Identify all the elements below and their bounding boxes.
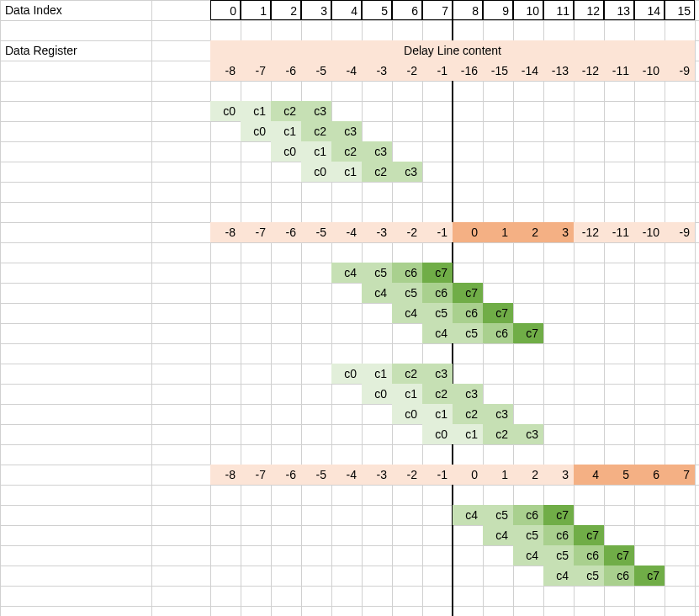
coef-0-r2-k1: c1 <box>301 141 331 162</box>
register-1-val-2: -6 <box>271 222 301 242</box>
register-2-val-2: -6 <box>271 465 301 485</box>
register-2-val-5: -3 <box>362 465 392 485</box>
register-2-val-4: -4 <box>331 465 362 485</box>
register-2-val-8: 0 <box>453 465 483 485</box>
index-col-10: 10 <box>513 0 543 20</box>
register-0-val-2: -6 <box>271 61 301 81</box>
coef-2-r0-k1: c1 <box>362 364 392 384</box>
coef-1-r1-k0: c4 <box>362 283 392 303</box>
register-1-val-9: 1 <box>483 222 513 242</box>
register-0-val-3: -5 <box>301 61 331 81</box>
index-col-13: 13 <box>604 0 634 20</box>
index-col-1: 1 <box>241 0 271 20</box>
coef-0-r0-k0: c0 <box>210 101 241 121</box>
coef-1-r3-k0: c4 <box>422 323 453 343</box>
register-1-val-11: 3 <box>543 222 574 242</box>
coef-2-r2-k0: c0 <box>392 404 422 424</box>
coef-0-r2-k0: c0 <box>271 141 301 162</box>
coef-0-r1-k0: c0 <box>241 121 271 141</box>
coef-0-r1-k1: c1 <box>271 121 301 141</box>
coef-2-r1-k1: c1 <box>392 384 422 404</box>
coef-2-r3-k0: c0 <box>422 424 453 444</box>
register-0-val-8: -16 <box>453 61 483 81</box>
coef-3-r3-k0: c4 <box>543 566 574 586</box>
gridlines <box>0 0 699 616</box>
register-0-val-11: -13 <box>543 61 574 81</box>
coef-0-r3-k2: c2 <box>362 162 392 182</box>
register-2-val-15: 7 <box>665 465 695 485</box>
register-0-val-1: -7 <box>241 61 271 81</box>
index-col-7: 7 <box>422 0 453 20</box>
register-0-val-7: -1 <box>422 61 453 81</box>
register-1-val-7: -1 <box>422 222 453 242</box>
label-data-register: Data Register <box>2 40 153 61</box>
coef-2-r0-k3: c3 <box>422 364 453 384</box>
index-col-6: 6 <box>392 0 422 20</box>
coef-0-r0-k2: c2 <box>271 101 301 121</box>
coef-3-r1-k0: c4 <box>483 525 513 545</box>
coef-3-r2-k0: c4 <box>513 545 543 566</box>
coef-1-r0-k3: c7 <box>422 263 453 283</box>
coef-3-r3-k1: c5 <box>574 566 604 586</box>
coef-0-r1-k2: c2 <box>301 121 331 141</box>
coef-2-r3-k1: c1 <box>453 424 483 444</box>
coef-3-r3-k3: c7 <box>634 566 665 586</box>
register-2-val-9: 1 <box>483 465 513 485</box>
coef-1-r3-k2: c6 <box>483 323 513 343</box>
coef-1-r0-k1: c5 <box>362 263 392 283</box>
register-1-val-8: 0 <box>453 222 483 242</box>
register-1-val-14: -10 <box>634 222 665 242</box>
register-0-val-4: -4 <box>331 61 362 81</box>
coef-0-r0-k1: c1 <box>241 101 271 121</box>
register-2-val-11: 3 <box>543 465 574 485</box>
coef-1-r1-k3: c7 <box>453 283 483 303</box>
coef-1-r0-k0: c4 <box>331 263 362 283</box>
register-2-val-1: -7 <box>241 465 271 485</box>
coef-2-r1-k0: c0 <box>362 384 392 404</box>
coef-1-r3-k1: c5 <box>453 323 483 343</box>
coef-3-r2-k2: c6 <box>574 545 604 566</box>
index-col-12: 12 <box>574 0 604 20</box>
coef-0-r3-k1: c1 <box>331 162 362 182</box>
coef-0-r2-k2: c2 <box>331 141 362 162</box>
index-col-9: 9 <box>483 0 513 20</box>
coef-1-r1-k1: c5 <box>392 283 422 303</box>
coef-0-r2-k3: c3 <box>362 141 392 162</box>
index-col-0: 0 <box>210 0 241 20</box>
register-1-val-6: -2 <box>392 222 422 242</box>
coef-1-r3-k3: c7 <box>513 323 543 343</box>
coef-3-r1-k3: c7 <box>574 525 604 545</box>
coef-1-r2-k1: c5 <box>422 303 453 323</box>
index-col-15: 15 <box>665 0 695 20</box>
index-col-8: 8 <box>453 0 483 20</box>
coef-3-r2-k1: c5 <box>543 545 574 566</box>
register-1-val-4: -4 <box>331 222 362 242</box>
label-data-index: Data Index <box>2 0 153 20</box>
register-2-val-13: 5 <box>604 465 634 485</box>
coef-2-r2-k2: c2 <box>453 404 483 424</box>
register-1-val-12: -12 <box>574 222 604 242</box>
register-2-val-10: 2 <box>513 465 543 485</box>
coef-2-r0-k2: c2 <box>392 364 422 384</box>
coef-0-r0-k3: c3 <box>301 101 331 121</box>
coef-1-r2-k0: c4 <box>392 303 422 323</box>
index-col-14: 14 <box>634 0 665 20</box>
coef-3-r0-k2: c6 <box>513 505 543 525</box>
coef-0-r3-k0: c0 <box>301 162 331 182</box>
register-0-val-5: -3 <box>362 61 392 81</box>
coef-3-r1-k1: c5 <box>513 525 543 545</box>
index-col-3: 3 <box>301 0 331 20</box>
register-0-val-12: -12 <box>574 61 604 81</box>
index-col-5: 5 <box>362 0 392 20</box>
register-0-val-6: -2 <box>392 61 422 81</box>
coef-0-r3-k3: c3 <box>392 162 422 182</box>
coef-3-r0-k0: c4 <box>453 505 483 525</box>
register-2-val-6: -2 <box>392 465 422 485</box>
coef-2-r2-k3: c3 <box>483 404 513 424</box>
register-0-val-0: -8 <box>210 61 241 81</box>
register-1-val-10: 2 <box>513 222 543 242</box>
register-2-val-0: -8 <box>210 465 241 485</box>
register-1-val-1: -7 <box>241 222 271 242</box>
coef-3-r0-k1: c5 <box>483 505 513 525</box>
index-col-4: 4 <box>331 0 362 20</box>
